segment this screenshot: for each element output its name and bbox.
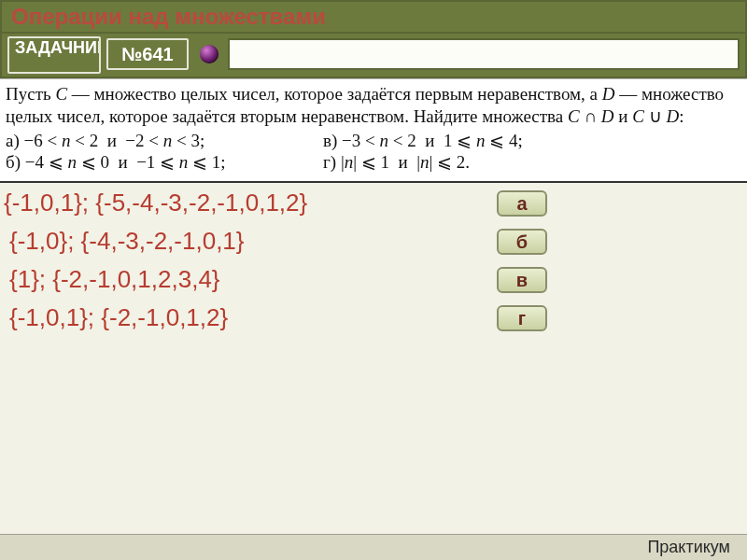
workbook-badge: ЗАДАЧНИК (7, 36, 101, 74)
subpart-text: −3 < n < 2 и 1 ⩽ n ⩽ 4; (342, 131, 523, 150)
answer-row: {-1,0}; {-4,-3,-2,-1,0,1} б (4, 227, 740, 256)
subpart-text: −4 ⩽ n ⩽ 0 и −1 ⩽ n ⩽ 1; (25, 152, 226, 172)
subpart-label: а) (6, 131, 20, 150)
record-icon[interactable] (200, 45, 218, 63)
header-bar: Операции над множествами (0, 0, 747, 34)
answer-row: {1}; {-2,-1,0,1,2,3,4} в (4, 265, 740, 294)
subpart-a: а) −6 < n < 2 и −2 < n < 3; (6, 130, 314, 152)
subpart-g: г) |n| ⩽ 1 и |n| ⩽ 2. (323, 151, 741, 174)
subpart-text: |n| ⩽ 1 и |n| ⩽ 2. (341, 152, 470, 172)
answer-text: {1}; {-2,-1,0,1,2,3,4} (4, 265, 489, 294)
answer-text: {-1,0,1}; {-2,-1,0,1,2} (4, 303, 489, 332)
answer-button-b[interactable]: б (497, 229, 547, 255)
answer-text: {-1,0,1}; {-5,-4,-3,-2,-1,0,1,2} (4, 189, 489, 217)
answer-row: {-1,0,1}; {-5,-4,-3,-2,-1,0,1,2} а (4, 189, 740, 217)
footer-label: Практикум (647, 538, 730, 556)
problem-number-badge: №641 (106, 38, 189, 70)
page-title: Операции над множествами (11, 4, 736, 30)
subpart-label: в) (323, 131, 337, 150)
answers-area: {-1,0,1}; {-5,-4,-3,-2,-1,0,1,2} а {-1,0… (0, 183, 747, 332)
answer-button-a[interactable]: а (497, 190, 547, 217)
subpart-v: в) −3 < n < 2 и 1 ⩽ n ⩽ 4; (323, 130, 741, 152)
subpart-text: −6 < n < 2 и −2 < n < 3; (24, 131, 205, 150)
answer-text: {-1,0}; {-4,-3,-2,-1,0,1} (4, 227, 489, 256)
problem-intro: Пусть C — множество целых чисел, которое… (6, 83, 741, 128)
subparts-grid: а) −6 < n < 2 и −2 < n < 3; в) −3 < n < … (6, 130, 741, 175)
answer-row: {-1,0,1}; {-2,-1,0,1,2} г (4, 303, 740, 332)
problem-statement: Пусть C — множество целых чисел, которое… (0, 78, 747, 183)
answer-button-g[interactable]: г (497, 305, 547, 331)
subpart-b: б) −4 ⩽ n ⩽ 0 и −1 ⩽ n ⩽ 1; (6, 151, 314, 174)
footer-bar: Практикум (0, 534, 747, 560)
subpart-label: г) (323, 152, 336, 172)
answer-button-v[interactable]: в (497, 267, 547, 293)
toolbar: ЗАДАЧНИК №641 (0, 34, 747, 78)
search-input[interactable] (228, 38, 740, 70)
subpart-label: б) (6, 152, 21, 172)
